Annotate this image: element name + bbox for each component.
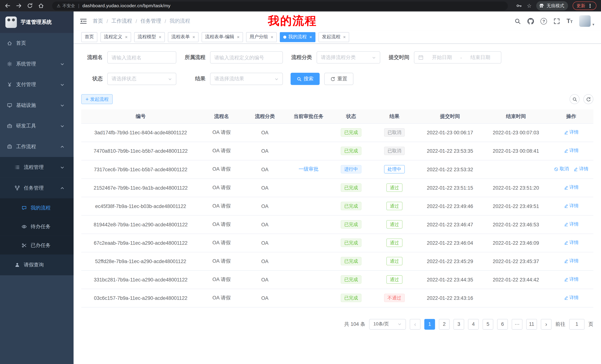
- security-warning[interactable]: ⚠不安全: [57, 3, 75, 9]
- sidebar-item-dev-tools[interactable]: 研发工具: [0, 115, 74, 136]
- browser-home-icon[interactable]: [38, 3, 44, 9]
- cell-status: 已完成: [331, 123, 372, 142]
- edit-icon: [564, 222, 568, 227]
- detail-button[interactable]: 详情: [573, 166, 588, 172]
- page-2-button[interactable]: 2: [439, 319, 450, 329]
- github-icon[interactable]: [527, 18, 534, 24]
- close-icon[interactable]: ×: [270, 34, 273, 40]
- search-button[interactable]: 搜索: [290, 73, 320, 85]
- sidebar-item-payment[interactable]: 支付管理: [0, 74, 74, 95]
- page-1-button[interactable]: 1: [424, 319, 435, 329]
- search-icon[interactable]: [514, 18, 521, 24]
- cell-process-name: OA 请假: [200, 252, 243, 270]
- menu-dots-icon[interactable]: ⋮: [588, 3, 593, 9]
- create-process-button[interactable]: + 发起流程: [81, 94, 113, 104]
- page-6-button[interactable]: 6: [497, 319, 508, 329]
- breadcrumb-item[interactable]: 工作流程: [111, 18, 132, 25]
- edit-icon: [564, 259, 568, 263]
- tab-label: 首页: [85, 34, 94, 40]
- sidebar-item-infrastructure[interactable]: 基础设施: [0, 95, 74, 115]
- chevron-down-icon: [60, 103, 64, 107]
- sidebar-item-process-mgmt[interactable]: 流程管理: [0, 157, 74, 178]
- app-logo-row[interactable]: 芋道管理系统: [0, 11, 74, 33]
- cell-category: OA: [243, 270, 287, 289]
- app-title: 芋道管理系统: [21, 19, 52, 26]
- tab-home[interactable]: 首页: [81, 32, 98, 42]
- column-header: 状态: [331, 109, 372, 123]
- refresh-table-button[interactable]: [583, 94, 593, 104]
- page-size-select[interactable]: 10条/页: [369, 319, 406, 329]
- sidebar-item-done-tasks[interactable]: 已办任务: [0, 236, 74, 255]
- tab-my-process[interactable]: 我的流程×: [280, 32, 316, 42]
- detail-button[interactable]: 详情: [564, 129, 579, 136]
- forward-icon[interactable]: [16, 3, 22, 9]
- sidebar-item-workflow[interactable]: 工作流程: [0, 136, 74, 157]
- detail-button[interactable]: 详情: [564, 184, 579, 191]
- end-date-placeholder[interactable]: 结束日期: [463, 54, 497, 61]
- page-more-button[interactable]: ···: [512, 319, 522, 329]
- page-5-button[interactable]: 5: [482, 319, 493, 329]
- submit-time-range[interactable]: 开始日期 - 结束日期: [414, 51, 501, 64]
- tab-process-form-edit[interactable]: 流程表单-编辑×: [202, 32, 243, 42]
- page-4-button[interactable]: 4: [468, 319, 479, 329]
- sidebar-item-label: 请假查询: [24, 262, 44, 268]
- owner-process-input[interactable]: [210, 51, 283, 64]
- cell-category: OA: [243, 160, 287, 179]
- sidebar-item-my-process[interactable]: 我的流程: [0, 198, 74, 217]
- user-avatar[interactable]: ▼: [579, 15, 595, 27]
- detail-button[interactable]: 详情: [564, 221, 579, 228]
- detail-button[interactable]: 详情: [564, 258, 579, 264]
- detail-button[interactable]: 详情: [564, 147, 579, 154]
- tab-process-form[interactable]: 流程表单×: [168, 32, 199, 42]
- reset-button[interactable]: 重置: [324, 73, 353, 85]
- current-task-link[interactable]: 一级审批: [299, 166, 319, 172]
- goto-page-input[interactable]: [569, 319, 585, 329]
- hamburger-icon[interactable]: [80, 18, 87, 25]
- fullscreen-icon[interactable]: [554, 18, 560, 24]
- key-icon[interactable]: [516, 3, 522, 9]
- detail-button[interactable]: 详情: [564, 239, 579, 246]
- font-size-icon[interactable]: TT: [567, 18, 573, 25]
- start-date-placeholder[interactable]: 开始日期: [425, 54, 459, 61]
- tab-user-group[interactable]: 用户分组×: [246, 32, 277, 42]
- back-icon[interactable]: [5, 3, 11, 9]
- sidebar-item-todo-tasks[interactable]: 待办任务: [0, 217, 74, 236]
- prev-page-button[interactable]: ‹: [410, 319, 421, 329]
- create-process-label: 发起流程: [90, 96, 109, 102]
- page-11-button[interactable]: 11: [526, 319, 537, 329]
- update-button[interactable]: 更新 ⋮: [573, 1, 596, 10]
- cell-status: 已完成: [331, 252, 372, 270]
- tab-process-model[interactable]: 流程模型×: [134, 32, 165, 42]
- toggle-search-button[interactable]: [570, 94, 580, 104]
- address-bar[interactable]: ⚠不安全 | dashboard.yudao.iocoder.cn/bpm/ta…: [52, 1, 508, 10]
- sidebar-item-task-mgmt[interactable]: 任务管理: [0, 178, 74, 198]
- result-select[interactable]: 请选择流结果: [210, 73, 283, 85]
- breadcrumb-item[interactable]: 任务管理: [140, 18, 161, 25]
- breadcrumb-item[interactable]: 我的流程: [170, 18, 190, 25]
- process-name-input[interactable]: [107, 51, 176, 64]
- detail-button[interactable]: 详情: [564, 203, 579, 209]
- close-icon[interactable]: ×: [159, 34, 161, 40]
- close-icon[interactable]: ×: [310, 34, 312, 40]
- sidebar-item-leave-query[interactable]: 请假查询: [0, 255, 74, 275]
- reload-icon[interactable]: [27, 3, 33, 9]
- tab-process-definition[interactable]: 流程定义×: [100, 32, 131, 42]
- close-icon[interactable]: ×: [237, 34, 240, 40]
- close-icon[interactable]: ×: [192, 34, 195, 40]
- sidebar-item-home[interactable]: 首页: [0, 33, 74, 53]
- tab-start-process[interactable]: 发起流程×: [319, 32, 349, 42]
- detail-button[interactable]: 详情: [564, 295, 579, 301]
- cancel-button[interactable]: 取消: [554, 166, 569, 172]
- breadcrumb-item[interactable]: 首页: [93, 18, 103, 25]
- sidebar-item-system[interactable]: 系统管理: [0, 54, 74, 74]
- category-select[interactable]: 请选择流程分类: [317, 51, 380, 64]
- close-icon[interactable]: ×: [343, 34, 346, 40]
- page-3-button[interactable]: 3: [453, 319, 464, 329]
- detail-button[interactable]: 详情: [564, 276, 579, 283]
- cell-result: 处理中: [372, 160, 417, 179]
- next-page-button[interactable]: ›: [541, 319, 551, 329]
- help-icon[interactable]: ?: [541, 18, 547, 24]
- status-select[interactable]: 请选择状态: [107, 73, 176, 85]
- bookmark-star-icon[interactable]: ☆: [527, 3, 532, 9]
- close-icon[interactable]: ×: [125, 34, 128, 40]
